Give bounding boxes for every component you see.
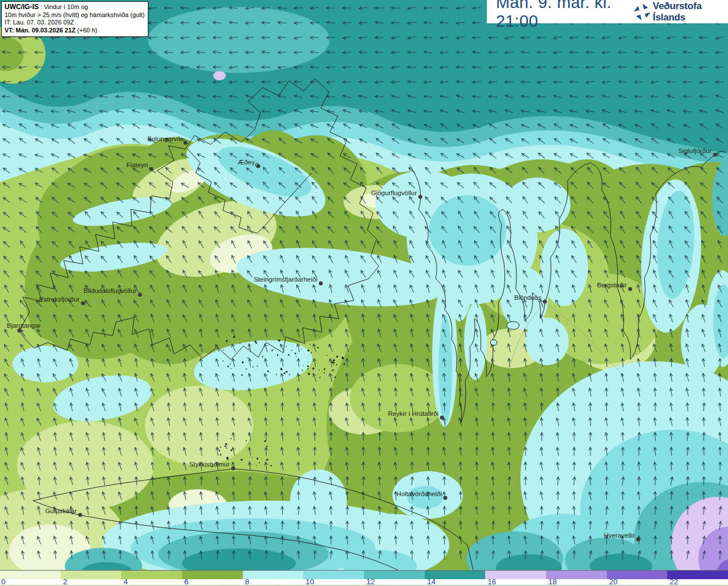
legend-tick-labels: 0246810121416182022 bbox=[0, 579, 728, 585]
legend-segment bbox=[61, 571, 122, 579]
legend-segment bbox=[182, 571, 243, 579]
station-label: Steingrímsfjarðarheiði bbox=[254, 276, 317, 283]
station-dot bbox=[419, 195, 423, 199]
station-dot bbox=[257, 164, 260, 168]
model-info-line2: 10m hviður > 25 m/s (hvítt) og hámarkshv… bbox=[5, 11, 144, 19]
wind-map-svg: BolungarvíkFlateyriÆðeyGjögurflugvöllurS… bbox=[0, 0, 728, 570]
model-info-box: UWC/IG-IS : Vindur í 10m og 10m hviður >… bbox=[1, 1, 148, 37]
station-label: Flateyri bbox=[126, 162, 148, 168]
station-label: Reykir í Hrútafirði bbox=[388, 410, 439, 417]
wind-speed-legend bbox=[0, 570, 728, 579]
station-dot bbox=[713, 153, 717, 157]
valid-datetime-label: Mán. 9. mar. kl. 21:00 bbox=[496, 0, 633, 31]
model-info-line3: IT: Lau. 07. 03. 2026 09Z bbox=[5, 19, 144, 27]
forecast-time-bar: Mán. 9. mar. kl. 21:00 Veðurstofa Ísland… bbox=[487, 0, 728, 23]
station-dot bbox=[319, 282, 323, 286]
station-label: Bíldudalsflugvöllur bbox=[84, 287, 137, 294]
station-dot bbox=[628, 287, 632, 291]
station-label: Patreksfjörður bbox=[39, 296, 80, 303]
legend-segment bbox=[243, 571, 304, 579]
station-label: Hveravellir bbox=[604, 532, 635, 539]
station-dot bbox=[440, 416, 444, 420]
legend-segment bbox=[0, 571, 61, 579]
station-label: Gjögurflugvöllur bbox=[371, 189, 417, 196]
station-label: Blönduós bbox=[514, 294, 541, 301]
wind-forecast-map-page: BolungarvíkFlateyriÆðeyGjögurflugvöllurS… bbox=[0, 0, 728, 586]
station-dot bbox=[444, 496, 448, 500]
org-name: Veðurstofa Íslands bbox=[653, 1, 723, 23]
station-label: Bolungarvík bbox=[147, 135, 182, 142]
station-label: Stykkishólmur bbox=[189, 461, 230, 468]
station-dot bbox=[138, 293, 142, 297]
station-dot bbox=[81, 302, 85, 306]
station-label: Gufuskálar bbox=[45, 507, 77, 514]
station-label: Siglufjörður bbox=[679, 147, 712, 154]
station-label: Bjargtangar bbox=[7, 322, 41, 329]
model-info-line4: VT: Mán. 09.03.2026 21Z (+60 h) bbox=[5, 27, 144, 35]
vedurstofa-logo-icon bbox=[633, 1, 651, 23]
station-label: Holtavörðuheiði bbox=[396, 490, 442, 497]
station-dot bbox=[78, 513, 82, 517]
station-dot bbox=[231, 467, 235, 471]
legend-segment bbox=[121, 571, 182, 579]
model-info-line1: UWC/IG-IS : Vindur í 10m og bbox=[5, 3, 144, 11]
station-dot bbox=[184, 141, 188, 145]
station-label: Æðey bbox=[238, 159, 255, 166]
station-dot bbox=[150, 167, 154, 171]
station-dot bbox=[636, 538, 640, 542]
vedurstofa-brand: Veðurstofa Íslands bbox=[633, 1, 723, 23]
station-dot bbox=[18, 329, 22, 333]
station-label: Bergstaðir bbox=[597, 282, 627, 288]
station-dot bbox=[543, 300, 547, 304]
